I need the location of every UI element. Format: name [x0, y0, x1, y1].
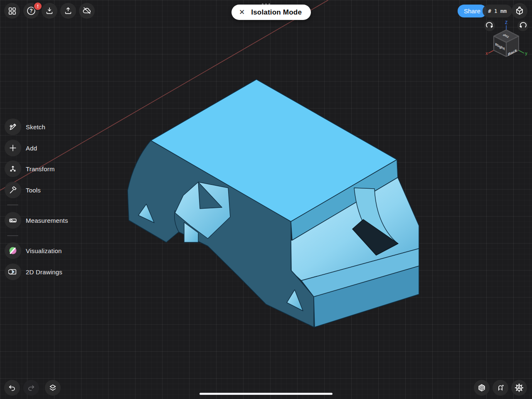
home-indicator[interactable] [200, 393, 332, 395]
svg-text:?: ? [30, 8, 32, 14]
snap-magnet-button[interactable] [493, 380, 508, 396]
undo-icon [7, 383, 17, 392]
section-view-icon [477, 383, 486, 392]
snap-cube-icon [515, 6, 525, 16]
snap-button[interactable] [512, 3, 527, 19]
sidebar-item-measurements[interactable]: Measurements [5, 212, 68, 229]
sidebar-label: 2D Drawings [26, 268, 62, 276]
apps-grid-button[interactable] [4, 3, 20, 19]
layers-icon [48, 383, 57, 392]
sidebar-item-transform[interactable]: Transform [5, 160, 55, 177]
settings-button[interactable] [511, 380, 527, 396]
magnet-icon [496, 383, 505, 392]
y-axis [519, 50, 524, 53]
sidebar-label: Visualization [26, 247, 62, 254]
drawing-sheet-icon [5, 264, 21, 280]
apps-grid-icon [7, 6, 17, 15]
sidebar-item-visualization[interactable]: Visualization [5, 242, 62, 259]
x-axis-label: x [485, 51, 488, 56]
sidebar-label: Tools [26, 187, 41, 194]
import-button[interactable] [42, 3, 57, 19]
isolation-mode-pill: ✕ Isolation Mode [232, 5, 311, 20]
sidebar-label: Measurements [26, 217, 68, 224]
tape-measure-icon [5, 212, 21, 229]
move-arrows-icon [5, 160, 21, 177]
units-pill[interactable]: # 1 mm [483, 5, 512, 17]
units-unit: mm [500, 8, 507, 14]
sidebar-item-tools[interactable]: Tools [5, 182, 41, 198]
isolation-mode-label: Isolation Mode [251, 8, 302, 17]
units-hash: # [488, 8, 491, 14]
import-icon [45, 6, 54, 15]
redo-button[interactable] [23, 380, 39, 396]
sidebar-label: Transform [26, 165, 55, 172]
view-cube[interactable]: Z x y Top Right Back [482, 19, 532, 60]
plus-icon [5, 140, 21, 156]
rotate-cw-button[interactable] [484, 20, 495, 31]
paint-brush-icon [5, 242, 21, 259]
bracket-model[interactable] [128, 79, 419, 327]
section-view-button[interactable] [474, 380, 490, 396]
notification-badge: ! [33, 2, 42, 11]
redo-icon [27, 383, 36, 392]
undo-button[interactable] [4, 380, 20, 396]
x-axis [488, 50, 494, 53]
export-icon [64, 6, 73, 15]
hammer-icon [5, 182, 21, 198]
close-icon[interactable]: ✕ [239, 8, 245, 17]
y-axis-label: y [525, 51, 527, 56]
sidebar-label: Sketch [26, 123, 45, 131]
cloud-offline-button[interactable] [79, 3, 95, 19]
sidebar-item-2d-drawings[interactable]: 2D Drawings [5, 264, 62, 280]
sidebar-divider [7, 235, 18, 236]
model-3d-viewport[interactable] [0, 0, 532, 399]
units-value: 1 [494, 8, 498, 14]
settings-gear-icon [514, 383, 524, 393]
sidebar-item-sketch[interactable]: Sketch [5, 118, 45, 135]
items-layers-button[interactable] [45, 380, 61, 396]
z-axis-label: Z [505, 20, 507, 25]
pencil-icon [5, 118, 21, 135]
export-button[interactable] [60, 3, 76, 19]
cloud-offline-icon [82, 6, 92, 16]
cad-canvas[interactable]: ? ! ✕ Isolation Mode Share # 1 mm [0, 0, 532, 399]
sidebar-divider [7, 204, 18, 205]
sidebar-item-add[interactable]: Add [5, 140, 37, 156]
sidebar-label: Add [26, 145, 37, 152]
rotate-ccw-button[interactable] [517, 20, 528, 31]
